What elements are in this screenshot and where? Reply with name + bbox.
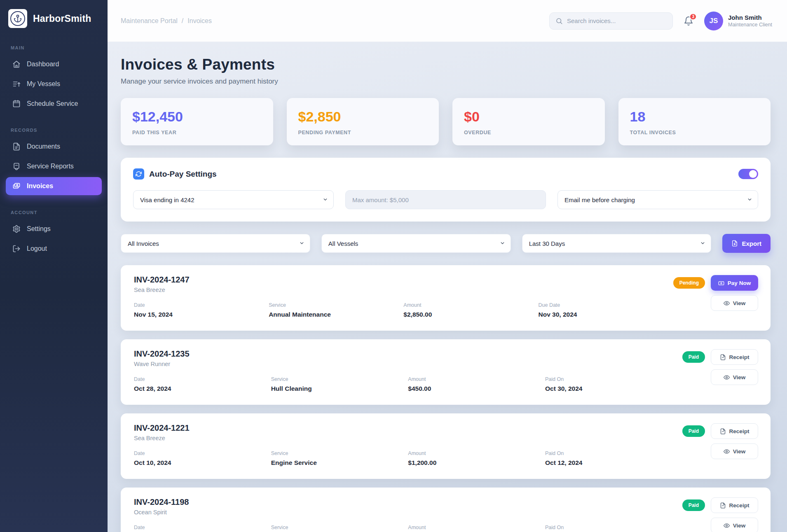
view-button[interactable]: View	[711, 369, 758, 385]
calendar-icon	[12, 100, 21, 108]
invoice-vessel: Sea Breeze	[134, 287, 673, 293]
invoice-field-due-date: Due Date Nov 30, 2024	[538, 302, 673, 318]
autopay-toggle[interactable]	[738, 169, 758, 179]
invoice-id: INV-2024-1198	[134, 497, 682, 507]
invoice-id: INV-2024-1235	[134, 349, 682, 359]
sidebar-item-my-vessels[interactable]: My Vessels	[6, 75, 102, 93]
search-box	[549, 12, 673, 30]
stat-label: PAID THIS YEAR	[132, 130, 262, 135]
vessel-filter-select[interactable]: All Vessels	[321, 234, 511, 253]
invoice-card: INV-2024-1221 Sea Breeze Date Oct 10, 20…	[121, 413, 771, 479]
sidebar-item-dashboard[interactable]: Dashboard	[6, 55, 102, 73]
stat-label: OVERDUE	[464, 130, 593, 135]
view-button[interactable]: View	[711, 295, 758, 311]
invoice-card: INV-2024-1247 Sea Breeze Date Nov 15, 20…	[121, 265, 771, 331]
invoice-field-date: Date Nov 15, 2024	[134, 302, 269, 318]
eye-icon	[724, 374, 730, 380]
stat-card-paid-this-year: $12,450 PAID THIS YEAR	[121, 98, 273, 145]
breadcrumb-item-portal[interactable]: Maintenance Portal	[121, 17, 178, 25]
invoice-field-paid-on: Paid On Oct 30, 2024	[545, 376, 682, 392]
harborsmith-logo-icon	[8, 9, 27, 28]
view-button[interactable]: View	[711, 518, 758, 532]
status-badge: Paid	[682, 425, 705, 437]
report-icon	[12, 162, 21, 170]
logout-icon	[12, 245, 21, 253]
export-button[interactable]: Export	[722, 234, 771, 253]
invoice-banknote-icon	[12, 182, 21, 190]
date-range-select[interactable]: Last 30 Days	[522, 234, 712, 253]
invoice-filter-select[interactable]: All Invoices	[121, 234, 310, 253]
sidebar-item-label: My Vessels	[27, 80, 60, 88]
sidebar-item-settings[interactable]: Settings	[6, 220, 102, 238]
stat-label: PENDING PAYMENT	[298, 130, 428, 135]
user-menu[interactable]: JS John Smith Maintenance Client	[704, 12, 772, 30]
invoice-field-amount: Amount $1,200.00	[408, 450, 545, 467]
receipt-button[interactable]: Receipt	[711, 349, 758, 365]
invoice-field-paid-on: Paid On Sep 18, 2024	[545, 525, 682, 532]
user-role: Maintenance Client	[728, 22, 772, 28]
sidebar-item-documents[interactable]: Documents	[6, 138, 102, 156]
sidebar-item-logout[interactable]: Logout	[6, 240, 102, 258]
stat-value: $2,850	[298, 109, 428, 125]
notify-option-select[interactable]: Email me before charging	[557, 190, 758, 209]
invoice-field-service: Service Electronics Update	[271, 525, 408, 532]
invoice-card: INV-2024-1235 Wave Runner Date Oct 28, 2…	[121, 339, 771, 405]
stat-value: 18	[630, 109, 759, 125]
export-file-icon	[731, 240, 738, 247]
receipt-icon	[720, 502, 726, 509]
invoice-vessel: Sea Breeze	[134, 435, 682, 441]
vessels-list-icon	[12, 80, 21, 88]
max-amount-input[interactable]	[345, 190, 546, 209]
sidebar-item-label: Settings	[27, 225, 51, 233]
autopay-settings-card: Auto-Pay Settings Visa ending in 4242 Em…	[121, 158, 771, 222]
banknote-icon	[718, 280, 724, 286]
sidebar: HarborSmith MAIN Dashboard My Vessels Sc…	[0, 0, 108, 532]
invoice-field-service: Service Annual Maintenance	[269, 302, 403, 318]
eye-icon	[724, 523, 730, 529]
invoice-field-amount: Amount $450.00	[408, 376, 545, 392]
home-icon	[12, 60, 21, 68]
sidebar-item-schedule-service[interactable]: Schedule Service	[6, 95, 102, 113]
pay-now-button[interactable]: Pay Now	[711, 275, 758, 291]
sidebar-item-service-reports[interactable]: Service Reports	[6, 157, 102, 175]
autopay-refresh-icon	[133, 168, 144, 180]
invoice-card: INV-2024-1198 Ocean Spirit Date Sep 15, …	[121, 488, 771, 532]
search-input[interactable]	[567, 17, 667, 24]
eye-icon	[724, 448, 730, 455]
status-badge: Paid	[682, 499, 705, 511]
stat-label: TOTAL INVOICES	[630, 130, 759, 135]
invoice-field-service: Service Hull Cleaning	[271, 376, 408, 392]
stats-row: $12,450 PAID THIS YEAR $2,850 PENDING PA…	[121, 98, 771, 145]
invoice-field-amount: Amount $3,200.00	[408, 525, 545, 532]
view-button[interactable]: View	[711, 443, 758, 459]
notifications-button[interactable]: 3	[684, 16, 693, 26]
invoice-id: INV-2024-1247	[134, 275, 673, 285]
breadcrumb: Maintenance Portal / Invoices	[121, 17, 212, 25]
sidebar-item-label: Documents	[27, 143, 60, 150]
stat-value: $0	[464, 109, 593, 125]
receipt-icon	[720, 428, 726, 434]
sidebar-section-records: RECORDS	[11, 128, 97, 133]
page-title: Invoices & Payments	[121, 56, 771, 73]
notification-count-badge: 3	[689, 13, 697, 20]
invoice-field-amount: Amount $2,850.00	[403, 302, 538, 318]
avatar: JS	[704, 12, 723, 30]
invoice-field-date: Date Oct 28, 2024	[134, 376, 271, 392]
receipt-button[interactable]: Receipt	[711, 497, 758, 513]
filters-row: All Invoices All Vessels Last 30 Days Ex…	[121, 234, 771, 253]
sidebar-item-label: Dashboard	[27, 61, 59, 68]
stat-value: $12,450	[132, 109, 262, 125]
user-name: John Smith	[728, 14, 772, 21]
page-subtitle: Manage your service invoices and payment…	[121, 77, 771, 86]
breadcrumb-separator: /	[182, 17, 183, 25]
payment-method-select[interactable]: Visa ending in 4242	[133, 190, 334, 209]
receipt-button[interactable]: Receipt	[711, 423, 758, 439]
invoice-vessel: Wave Runner	[134, 361, 682, 367]
invoice-field-date: Date Oct 10, 2024	[134, 450, 271, 467]
status-badge: Pending	[673, 277, 705, 289]
sidebar-item-label: Schedule Service	[27, 100, 78, 107]
export-label: Export	[742, 240, 761, 247]
invoice-vessel: Ocean Spirit	[134, 509, 682, 516]
sidebar-item-label: Invoices	[27, 182, 53, 190]
sidebar-item-invoices[interactable]: Invoices	[6, 177, 102, 195]
